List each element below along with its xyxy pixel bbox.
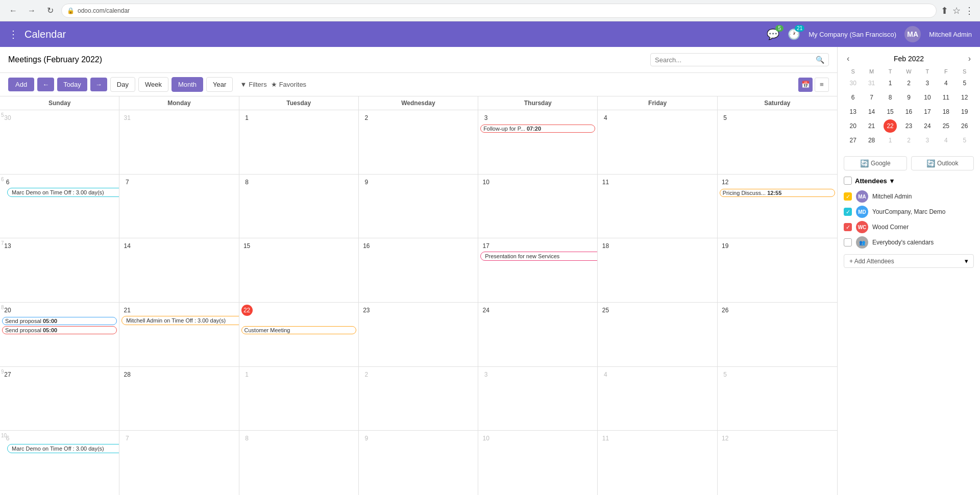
mini-date-31[interactable]: 31	[865, 77, 878, 90]
event-marc-timeoff-1[interactable]: Marc Demo on Time Off : 3.00 day(s)	[7, 188, 119, 197]
date-feb3[interactable]: 3	[480, 112, 492, 123]
user-avatar[interactable]: MA	[904, 26, 921, 42]
mini-date-16[interactable]: 16	[902, 105, 915, 118]
date-feb15[interactable]: 15	[241, 240, 253, 252]
mini-date-mar1[interactable]: 1	[884, 134, 897, 147]
favorites-button[interactable]: ★ Favorites	[271, 81, 306, 88]
bookmark-icon[interactable]: ☆	[952, 5, 961, 16]
mini-prev-button[interactable]: ‹	[844, 53, 852, 64]
mini-date-23[interactable]: 23	[902, 119, 915, 133]
messages-icon-wrap[interactable]: 💬 5	[767, 28, 779, 40]
event-send-proposal-2[interactable]: Send proposal 05:00	[2, 326, 117, 334]
date-feb2[interactable]: 2	[361, 112, 372, 123]
date-feb18[interactable]: 18	[600, 240, 611, 252]
menu-icon[interactable]: ⋮	[965, 5, 974, 16]
mini-date-30[interactable]: 30	[846, 77, 860, 90]
date-mar12[interactable]: 12	[720, 433, 731, 444]
mini-date-mar3[interactable]: 3	[921, 134, 934, 147]
mini-date-22-today[interactable]: 22	[884, 119, 897, 133]
attendee-checkbox-mitchell[interactable]: ✓	[844, 192, 852, 201]
mini-date-7[interactable]: 7	[865, 91, 878, 104]
company-name[interactable]: My Company (San Francisco)	[808, 31, 896, 38]
mini-date-12[interactable]: 12	[958, 91, 971, 104]
filters-button[interactable]: ▼ Filters	[240, 81, 266, 88]
attendee-checkbox-everybody[interactable]	[844, 238, 852, 246]
mini-date-6[interactable]: 6	[846, 91, 860, 104]
attendees-header[interactable]: Attendees ▾	[844, 177, 974, 185]
view-month-button[interactable]: Month	[172, 77, 203, 92]
date-feb5[interactable]: 5	[720, 112, 731, 123]
mini-date-19[interactable]: 19	[958, 105, 971, 118]
date-mar1[interactable]: 1	[241, 369, 253, 380]
mini-date-8[interactable]: 8	[884, 91, 897, 104]
view-year-button[interactable]: Year	[206, 77, 233, 92]
mini-date-25[interactable]: 25	[939, 119, 952, 133]
event-pricing[interactable]: Pricing Discuss... 12:55	[720, 189, 835, 197]
event-mitchell-timeoff[interactable]: Mitchell Admin on Time Off : 3.00 day(s)	[121, 316, 239, 325]
mini-date-3[interactable]: 3	[921, 77, 934, 90]
forward-button[interactable]: →	[24, 4, 39, 18]
attendee-checkbox-woodcorner[interactable]: ✓	[844, 223, 852, 231]
event-followup[interactable]: Follow-up for P... 07:20	[480, 125, 595, 133]
date-mar10[interactable]: 10	[480, 433, 492, 444]
date-feb14[interactable]: 14	[121, 240, 133, 252]
reload-button[interactable]: ↻	[43, 4, 57, 18]
mini-date-9[interactable]: 9	[902, 91, 915, 104]
date-feb8[interactable]: 8	[241, 177, 253, 188]
event-presentation[interactable]: Presentation for new Services	[480, 252, 598, 261]
share-icon[interactable]: ⬆	[941, 5, 948, 16]
date-mar4[interactable]: 4	[600, 369, 611, 380]
mini-date-5[interactable]: 5	[958, 77, 971, 90]
view-week-button[interactable]: Week	[138, 77, 168, 92]
date-feb21[interactable]: 21	[121, 305, 133, 316]
search-input[interactable]	[655, 56, 813, 64]
date-feb1[interactable]: 1	[241, 112, 253, 123]
date-feb26[interactable]: 26	[720, 305, 731, 316]
mini-date-4[interactable]: 4	[939, 77, 952, 90]
prev-button[interactable]: ←	[37, 78, 54, 91]
mini-next-button[interactable]: ›	[965, 53, 974, 64]
mini-date-11[interactable]: 11	[939, 91, 952, 104]
date-feb9[interactable]: 9	[361, 177, 372, 188]
date-mar2[interactable]: 2	[361, 369, 372, 380]
event-marc-timeoff-2[interactable]: Marc Demo on Time Off : 3.00 day(s)	[7, 444, 119, 453]
today-button[interactable]: Today	[57, 78, 87, 91]
mini-date-14[interactable]: 14	[865, 105, 878, 118]
mini-date-24[interactable]: 24	[921, 119, 934, 133]
date-feb24[interactable]: 24	[480, 305, 492, 316]
date-feb11[interactable]: 11	[600, 177, 611, 188]
date-feb16[interactable]: 16	[361, 240, 372, 252]
list-view-icon-button[interactable]: ≡	[815, 78, 829, 92]
date-feb19[interactable]: 19	[720, 240, 731, 252]
outlook-sync-button[interactable]: 🔄 Outlook	[911, 156, 974, 170]
date-feb10[interactable]: 10	[480, 177, 492, 188]
mini-date-1[interactable]: 1	[884, 77, 897, 90]
mini-date-mar4[interactable]: 4	[939, 134, 952, 147]
mini-date-13[interactable]: 13	[846, 105, 860, 118]
date-feb28[interactable]: 28	[121, 369, 133, 380]
date-feb4[interactable]: 4	[600, 112, 611, 123]
add-button[interactable]: Add	[8, 78, 34, 91]
date-mar8[interactable]: 8	[241, 433, 253, 444]
mini-date-17[interactable]: 17	[921, 105, 934, 118]
date-mar9[interactable]: 9	[361, 433, 372, 444]
date-mar3[interactable]: 3	[480, 369, 492, 380]
event-customer-meeting[interactable]: Customer Meeting	[241, 326, 356, 334]
activity-icon-wrap[interactable]: 🕐 21	[788, 28, 800, 40]
mini-date-18[interactable]: 18	[939, 105, 952, 118]
google-sync-button[interactable]: 🔄 Google	[844, 156, 907, 170]
back-button[interactable]: ←	[6, 4, 20, 18]
date-feb25[interactable]: 25	[600, 305, 611, 316]
date-feb7[interactable]: 7	[121, 177, 133, 188]
date-feb17[interactable]: 17	[480, 240, 492, 252]
date-jan31[interactable]: 31	[121, 112, 133, 123]
attendee-checkbox-marc[interactable]: ✓	[844, 208, 852, 216]
date-mar7[interactable]: 7	[121, 433, 133, 444]
mini-date-10[interactable]: 10	[921, 91, 934, 104]
add-attendees-row[interactable]: + Add Attendees ▾	[844, 254, 974, 268]
view-day-button[interactable]: Day	[110, 77, 135, 92]
grid-icon[interactable]: ⋮	[8, 28, 18, 40]
mini-date-21[interactable]: 21	[865, 119, 878, 133]
mini-date-27[interactable]: 27	[846, 134, 860, 147]
date-mar11[interactable]: 11	[600, 433, 611, 444]
